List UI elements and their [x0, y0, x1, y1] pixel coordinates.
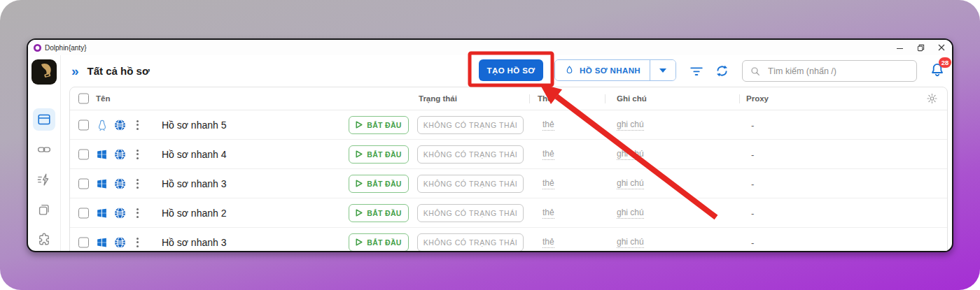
row-checkbox[interactable]	[78, 208, 89, 218]
row-menu-button[interactable]	[134, 176, 141, 191]
row-note-link[interactable]: ghi chú	[617, 208, 644, 219]
column-header-note[interactable]: Ghi chú	[617, 94, 647, 103]
status-badge[interactable]: KHÔNG CÓ TRẠNG THÁI	[417, 204, 524, 222]
chain-link-icon	[36, 142, 52, 157]
column-header-status[interactable]: Trạng thái	[419, 94, 457, 103]
row-proxy-value: -	[751, 119, 754, 130]
row-tags-link[interactable]: thẻ	[542, 208, 554, 219]
sidebar-item-extensions[interactable]	[33, 229, 55, 251]
sidebar	[28, 55, 61, 252]
droplet-icon	[564, 65, 575, 75]
quick-profile-dropdown-button[interactable]	[650, 60, 676, 80]
start-profile-button[interactable]: BẮT ĐẦU	[349, 204, 409, 222]
profile-name[interactable]: Hồ sơ nhanh 3	[162, 178, 226, 189]
status-badge[interactable]: KHÔNG CÓ TRẠNG THÁI	[417, 116, 524, 134]
gear-icon	[926, 93, 938, 105]
select-all-checkbox[interactable]	[78, 94, 89, 104]
start-profile-button[interactable]: BẮT ĐẦU	[349, 175, 409, 193]
search-input[interactable]	[766, 66, 909, 77]
row-menu-button[interactable]	[134, 205, 141, 221]
quick-profile-button-group: HỒ SƠ NHANH	[554, 59, 676, 81]
column-header-name[interactable]: Tên	[96, 94, 110, 103]
notification-badge: 28	[939, 57, 951, 68]
table-row: Hồ sơ nhanh 4 BẮT ĐẦU KHÔNG CÓ TRẠNG THÁ…	[70, 140, 947, 169]
status-badge[interactable]: KHÔNG CÓ TRẠNG THÁI	[417, 145, 524, 164]
table-row: Hồ sơ nhanh 2 BẮT ĐẦU KHÔNG CÓ TRẠNG THÁ…	[70, 198, 947, 228]
refresh-button[interactable]	[713, 62, 730, 79]
quick-profile-label: HỒ SƠ NHANH	[580, 66, 640, 75]
browser-globe-icon[interactable]	[113, 206, 127, 219]
restore-button[interactable]	[910, 40, 931, 55]
column-header-proxy[interactable]: Proxy	[746, 94, 769, 103]
row-menu-button[interactable]	[134, 117, 141, 133]
sidebar-item-links[interactable]	[33, 138, 55, 161]
row-menu-button[interactable]	[134, 235, 141, 250]
search-box	[742, 60, 917, 82]
copy-pages-icon	[36, 202, 52, 217]
page-header: » Tất cả hồ sơ TẠO HỒ SƠ HỒ SƠ NHANH	[61, 55, 952, 87]
status-badge[interactable]: KHÔNG CÓ TRẠNG THÁI	[417, 175, 524, 193]
status-badge[interactable]: KHÔNG CÓ TRẠNG THÁI	[417, 233, 524, 252]
automation-bolt-icon	[36, 172, 52, 187]
start-profile-button[interactable]: BẮT ĐẦU	[349, 233, 409, 252]
start-profile-button[interactable]: BẮT ĐẦU	[349, 145, 409, 164]
row-tags-link[interactable]: thẻ	[542, 237, 554, 248]
row-note-link[interactable]: ghi chú	[617, 149, 644, 160]
browser-globe-icon[interactable]	[113, 147, 127, 161]
start-profile-button[interactable]: BẮT ĐẦU	[349, 116, 409, 134]
filter-icon	[689, 63, 704, 78]
table-row: Hồ sơ nhanh 3 BẮT ĐẦU KHÔNG CÓ TRẠNG THÁ…	[70, 169, 947, 198]
browser-globe-icon[interactable]	[113, 177, 127, 190]
linux-icon	[96, 119, 108, 131]
start-label: BẮT ĐẦU	[367, 180, 401, 188]
table-settings-button[interactable]	[926, 93, 938, 105]
puzzle-icon	[36, 232, 52, 247]
row-proxy-value: -	[751, 208, 754, 218]
dolphin-app-logo	[31, 59, 57, 85]
filter-button[interactable]	[688, 62, 705, 79]
browser-globe-icon[interactable]	[113, 235, 127, 249]
minimize-icon	[897, 48, 903, 49]
close-button[interactable]	[931, 40, 952, 55]
start-label: BẮT ĐẦU	[367, 121, 401, 129]
row-checkbox[interactable]	[78, 178, 89, 189]
row-checkbox[interactable]	[78, 149, 89, 159]
row-note-link[interactable]: ghi chú	[617, 178, 644, 189]
profile-name[interactable]: Hồ sơ nhanh 5	[162, 119, 226, 131]
chevron-down-icon	[659, 68, 666, 73]
browser-globe-icon[interactable]	[113, 118, 127, 131]
row-tags-link[interactable]: thẻ	[542, 149, 554, 160]
row-menu-button[interactable]	[134, 147, 141, 162]
column-divider	[605, 94, 606, 103]
row-note-link[interactable]: ghi chú	[617, 119, 644, 131]
window-title: Dolphin{anty}	[45, 44, 87, 52]
sidebar-item-automation[interactable]	[33, 168, 55, 191]
page-title: Tất cả hồ sơ	[88, 65, 150, 77]
collapse-sidebar-button[interactable]: »	[71, 64, 78, 78]
profile-name[interactable]: Hồ sơ nhanh 4	[162, 149, 226, 160]
sidebar-item-profiles[interactable]	[33, 108, 55, 131]
start-label: BẮT ĐẦU	[367, 150, 401, 159]
browser-window-icon	[36, 112, 52, 127]
search-icon	[750, 66, 761, 77]
play-icon	[356, 238, 363, 246]
profile-name[interactable]: Hồ sơ nhanh 3	[162, 237, 226, 248]
column-header-tags[interactable]: Thẻ	[538, 94, 552, 103]
minimize-button[interactable]	[889, 40, 910, 55]
row-note-link[interactable]: ghi chú	[617, 237, 644, 248]
create-profile-button[interactable]: TẠO HỒ SƠ	[479, 59, 543, 81]
row-checkbox[interactable]	[78, 119, 89, 130]
notifications-button[interactable]: 28	[929, 61, 948, 81]
profile-name[interactable]: Hồ sơ nhanh 2	[162, 208, 226, 219]
play-icon	[356, 180, 363, 187]
sidebar-item-copies[interactable]	[33, 198, 55, 221]
row-checkbox[interactable]	[78, 237, 89, 247]
column-divider	[739, 94, 740, 103]
row-tags-link[interactable]: thẻ	[542, 119, 554, 131]
close-icon	[938, 44, 945, 51]
quick-profile-button[interactable]: HỒ SƠ NHANH	[555, 60, 650, 80]
row-tags-link[interactable]: thẻ	[542, 178, 554, 189]
titlebar: Dolphin{anty}	[28, 40, 952, 55]
dolphin-titlebar-icon	[34, 44, 41, 52]
column-divider	[529, 94, 530, 103]
